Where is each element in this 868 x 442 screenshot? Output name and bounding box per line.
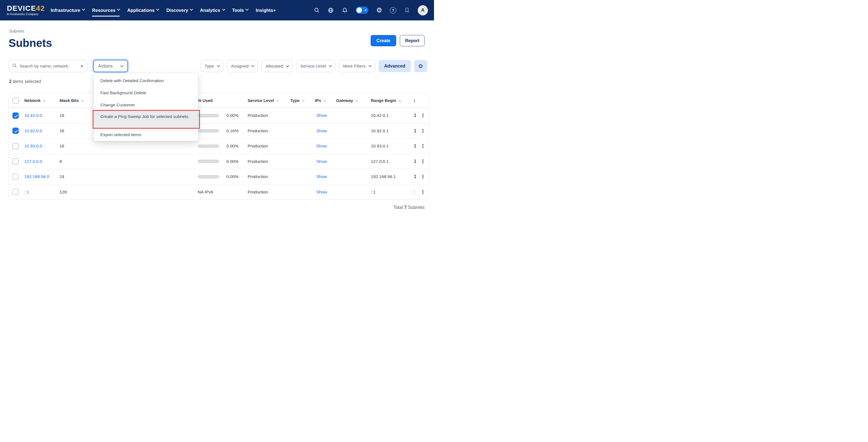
show-ips-link[interactable]: Show <box>312 174 333 179</box>
chevron-down-icon <box>82 7 85 10</box>
row-checkbox[interactable] <box>12 158 19 165</box>
filter-assigned[interactable]: Assigned <box>227 60 258 72</box>
network-link[interactable]: 10.42.0.0 <box>21 113 56 118</box>
clear-search-icon[interactable]: × <box>80 63 84 69</box>
row-kebab-menu-icon[interactable]: ⋮ <box>421 143 426 148</box>
main-nav: Infrastructure Resources Applications Di… <box>51 0 276 21</box>
chevron-down-icon <box>329 64 332 67</box>
show-ips-link[interactable]: Show <box>312 143 333 148</box>
page-content: Subnets Subnets Create Report × Actions … <box>0 21 434 221</box>
filter-more-filters[interactable]: More Filters <box>339 60 375 72</box>
advanced-button[interactable]: Advanced <box>379 60 411 72</box>
used-percent: 0.00% <box>226 113 244 118</box>
notification-bell-icon[interactable] <box>342 7 348 13</box>
nav-discovery[interactable]: Discovery <box>166 0 192 21</box>
device42-logo[interactable]: DEVICE42 A Freshworks Company <box>7 5 45 16</box>
chevron-down-icon <box>117 7 120 10</box>
filter-label: Service Level <box>300 64 326 69</box>
menu-item-change-customer[interactable]: Change Customer <box>94 99 198 111</box>
used-cell: 0.00% <box>194 113 244 118</box>
settings-gear-icon[interactable]: ⚙ <box>376 7 382 13</box>
row-checkbox[interactable] <box>12 189 19 195</box>
row-kebab-menu-icon[interactable]: ⋮ <box>421 174 426 179</box>
column-header-ips[interactable]: IPs↑↓ <box>312 98 333 103</box>
service-level-value: Production <box>244 174 287 179</box>
search-input[interactable] <box>20 64 78 69</box>
nav-tools[interactable]: Tools <box>232 0 248 21</box>
show-ips-link[interactable]: Show <box>312 128 333 133</box>
table-row: ::1 128 NA IPv6 Production Show ::1 :⋮ <box>9 184 429 200</box>
select-all-cell <box>9 97 21 104</box>
network-link[interactable]: 127.0.0.0 <box>21 159 56 164</box>
row-checkbox[interactable] <box>12 128 19 134</box>
nav-resources[interactable]: Resources <box>92 0 120 21</box>
filter-allocated[interactable]: Allocated <box>261 60 293 72</box>
nav-label: Discovery <box>166 8 188 13</box>
menu-item-delete-detailed[interactable]: Delete with Detailed Confirmation <box>94 74 198 87</box>
row-kebab-menu-icon[interactable]: ⋮ <box>421 159 426 164</box>
column-header-gateway[interactable]: Gateway↑↓ <box>333 98 368 103</box>
breadcrumb[interactable]: Subnets <box>9 29 24 33</box>
search-icon[interactable] <box>314 7 320 13</box>
search-box[interactable]: × <box>8 60 87 72</box>
used-bar <box>198 114 219 117</box>
row-kebab-menu-icon[interactable]: ⋮ <box>421 190 426 195</box>
bookmark-icon[interactable] <box>404 7 410 13</box>
menu-item-export[interactable]: Export selected items <box>94 128 198 140</box>
network-link[interactable]: 192.168.56.0 <box>21 174 56 179</box>
show-ips-link[interactable]: Show <box>312 159 333 164</box>
range-begin-value: 10.92.0.1 <box>368 128 410 133</box>
table-row: 192.168.56.0 24 0.00% Production Show 19… <box>9 169 429 184</box>
column-header-used: % Used <box>194 98 244 103</box>
mask-bits-value: 24 <box>56 174 108 179</box>
used-cell: 0.00% <box>194 143 244 148</box>
menu-item-ping-sweep[interactable]: Create a Ping Sweep Job for selected sub… <box>94 111 198 128</box>
row-checkbox[interactable] <box>12 143 19 149</box>
column-label: Gateway <box>336 98 353 103</box>
column-header-type[interactable]: Type↑↓ <box>287 98 312 103</box>
user-avatar[interactable]: A <box>418 5 428 15</box>
network-link[interactable]: ::1 <box>21 190 56 195</box>
create-button[interactable]: Create <box>371 35 396 46</box>
filter-type[interactable]: Type <box>200 60 224 72</box>
select-all-checkbox[interactable] <box>12 97 19 104</box>
sun-icon: ☀ <box>364 8 367 12</box>
chevron-down-icon <box>368 64 371 67</box>
filter-bar: Type Assigned Allocated Service Level Mo… <box>200 60 427 72</box>
show-ips-link[interactable]: Show <box>312 190 333 195</box>
nav-applications[interactable]: Applications <box>127 0 159 21</box>
used-cell: NA IPv6 <box>194 190 244 195</box>
network-link[interactable]: 10.92.0.0 <box>21 128 56 133</box>
brand-name: DEVICE42 <box>7 5 45 12</box>
row-kebab-menu-icon[interactable]: ⋮ <box>421 113 426 118</box>
used-na-text: NA IPv6 <box>198 190 213 195</box>
nav-analytics[interactable]: Analytics <box>200 0 224 21</box>
network-link[interactable]: 10.93.0.0 <box>21 143 56 148</box>
column-header-network[interactable]: Network↑↓ <box>21 98 56 103</box>
total-count: Total 7 Subnets <box>393 205 425 210</box>
row-kebab-menu-icon[interactable]: ⋮ <box>421 128 426 133</box>
menu-item-fast-delete[interactable]: Fast Background Delete <box>94 87 198 99</box>
column-header-service-level[interactable]: Service Level↑↓ <box>244 98 287 103</box>
filter-service-level[interactable]: Service Level <box>296 60 336 72</box>
sort-icon: ↑↓ <box>323 98 326 103</box>
clipped-value: 1 <box>414 159 416 164</box>
subnets-table: Network↑↓ Mask Bits↑↓ % Used Service Lev… <box>8 93 429 200</box>
theme-toggle[interactable]: ☀ <box>356 7 368 14</box>
globe-icon[interactable] <box>328 7 334 13</box>
help-icon[interactable]: ? <box>390 7 396 13</box>
actions-dropdown-button[interactable]: Actions <box>93 60 128 72</box>
row-checkbox[interactable] <box>12 112 19 119</box>
total-number: 7 <box>404 205 407 210</box>
report-button[interactable]: Report <box>400 35 425 46</box>
nav-insights[interactable]: Insights+ <box>256 0 276 21</box>
column-header-range-begin[interactable]: Range Begin↑↓ <box>368 98 410 103</box>
table-settings-gear-icon[interactable]: ⚙ <box>414 60 427 72</box>
column-label: Network <box>24 98 40 103</box>
clipped-value: 1 <box>414 113 416 118</box>
clipped-value: 1 <box>414 128 416 133</box>
row-checkbox[interactable] <box>12 174 19 180</box>
nav-infrastructure[interactable]: Infrastructure <box>51 0 85 21</box>
show-ips-link[interactable]: Show <box>312 113 333 118</box>
sort-icon: ↑↓ <box>355 98 358 103</box>
